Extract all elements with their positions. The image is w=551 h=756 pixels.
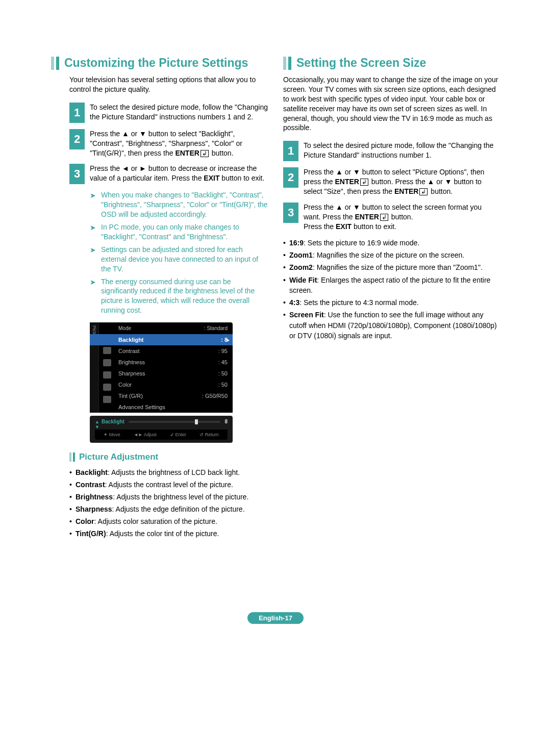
notes-list: ➤When you make changes to "Backlight", "…: [90, 190, 268, 315]
note-item: ➤The energy consumed during use can be s…: [90, 277, 268, 316]
list-item: 16:9: Sets the picture to 16:9 wide mode…: [283, 238, 500, 248]
enter-icon: [199, 149, 210, 157]
note-arrow-icon: ➤: [90, 278, 96, 286]
screen-size-definitions: 16:9: Sets the picture to 16:9 wide mode…: [283, 238, 500, 341]
enter-icon: [359, 178, 369, 186]
step-text: Press the ▲ or ▼ button to select "Pictu…: [304, 167, 500, 196]
list-item: Zoom1: Magnifies the size of the picture…: [283, 250, 500, 260]
step-text: To select the desired picture mode, foll…: [304, 141, 500, 160]
right-step-2: 2 Press the ▲ or ▼ button to select "Pic…: [283, 167, 500, 196]
left-title-row: Customizing the Picture Settings: [51, 56, 268, 70]
step-text: Press the ▲ or ▼ button to select the sc…: [304, 203, 500, 232]
note-item: ➤In PC mode, you can only make changes t…: [90, 222, 268, 242]
right-step-1: 1 To select the desired picture mode, fo…: [283, 141, 500, 161]
adjustment-list: Backlight: Adjusts the brightness of LCD…: [69, 467, 268, 539]
right-title: Setting the Screen Size: [296, 56, 426, 70]
list-item: Sharpness: Adjusts the edge definition o…: [69, 504, 268, 515]
list-item: Zoom2: Magnifies the size of the picture…: [283, 262, 500, 272]
right-title-row: Setting the Screen Size: [283, 56, 500, 70]
list-item: Contrast: Adjusts the contrast level of …: [69, 480, 268, 490]
enter-icon: [379, 213, 389, 221]
slider-value: 8: [224, 419, 228, 424]
step-text: Press the ▲ or ▼ button to select "Backl…: [90, 129, 268, 158]
list-item: Screen Fit: Use the function to see the …: [283, 310, 500, 341]
subhead-bar-icon: [69, 452, 75, 462]
note-arrow-icon: ➤: [90, 246, 96, 254]
note-arrow-icon: ➤: [90, 191, 96, 199]
note-item: ➤When you make changes to "Backlight", "…: [90, 190, 268, 219]
osd-slider-panel: ▲ Backlight 8 ▼ ✦ Move ◄► Adjust ↲ Enter…: [90, 416, 233, 443]
step-text: To select the desired picture mode, foll…: [90, 103, 268, 122]
picture-adjustment-heading: Picture Adjustment: [69, 452, 268, 462]
right-intro: Occasionally, you may want to change the…: [283, 75, 500, 133]
step-number: 1: [69, 103, 85, 123]
list-item: Brightness: Adjusts the brightness level…: [69, 492, 268, 502]
up-down-icon: ▲: [95, 419, 99, 424]
note-item: ➤Settings can be adjusted and stored for…: [90, 245, 268, 274]
enter-icon: [418, 187, 429, 195]
list-item: Wide Fit: Enlarges the aspect ratio of t…: [283, 275, 500, 296]
title-bar-icon: [51, 57, 59, 70]
slider-bar: [129, 421, 221, 423]
left-step-3: 3 Press the ◄ or ► button to decrease or…: [69, 164, 268, 184]
list-item: Backlight: Adjusts the brightness of LCD…: [69, 467, 268, 478]
list-item: Color: Adjusts color saturation of the p…: [69, 516, 268, 527]
step-number: 1: [283, 141, 298, 161]
osd-row-selected: Backlight: 8: [90, 334, 233, 345]
title-bar-icon: [283, 57, 291, 70]
osd-screenshot: Picture Mode: Standard Backlight: 8 Cont…: [90, 322, 233, 443]
left-column: Customizing the Picture Settings Your te…: [51, 56, 268, 541]
left-step-1: 1 To select the desired picture mode, fo…: [69, 103, 268, 123]
note-arrow-icon: ➤: [90, 223, 96, 232]
right-step-3: 3 Press the ▲ or ▼ button to select the …: [283, 203, 500, 232]
left-intro: Your television has several setting opti…: [69, 75, 268, 94]
list-item: 4:3: Sets the picture to 4:3 normal mode…: [283, 297, 500, 308]
osd-hints: ✦ Move ◄► Adjust ↲ Enter ↺ Return: [95, 430, 228, 440]
step-number: 3: [283, 203, 298, 223]
left-title: Customizing the Picture Settings: [64, 56, 248, 70]
list-item: Tint(G/R): Adjusts the color tint of the…: [69, 528, 268, 539]
page-number-badge: English-17: [247, 612, 304, 624]
step-number: 3: [69, 164, 85, 184]
step-number: 2: [283, 167, 298, 188]
right-column: Setting the Screen Size Occasionally, yo…: [283, 56, 500, 541]
slider-label: Backlight: [102, 419, 124, 424]
step-number: 2: [69, 129, 85, 149]
step-text: Press the ◄ or ► button to decrease or i…: [90, 164, 268, 183]
left-step-2: 2 Press the ▲ or ▼ button to select "Bac…: [69, 129, 268, 158]
